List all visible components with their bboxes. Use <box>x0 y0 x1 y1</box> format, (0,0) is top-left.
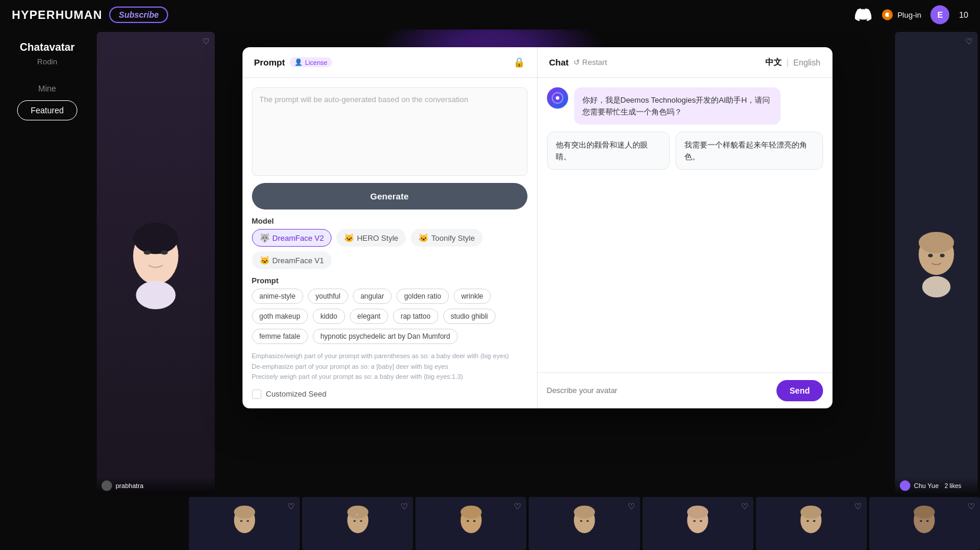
hint-2: De-emphasize part of your prompt as so: … <box>252 362 527 372</box>
blender-icon <box>881 8 894 21</box>
prompt-tags-section: Prompt anime-style youthful angular gold… <box>252 276 527 344</box>
tag-youthful[interactable]: youthful <box>308 289 348 304</box>
lang-en-button[interactable]: English <box>794 58 821 67</box>
hints-section: Emphasize/weigh part of your prompt with… <box>252 351 527 382</box>
user-msg-2: 我需要一个样貌看起来年轻漂亮的角色。 <box>676 132 823 170</box>
sidebar: Chatavatar Rodin Mine Featured <box>0 30 94 550</box>
model-icon-1: 🐱 <box>344 233 354 243</box>
hint-3: Precisely weigh part of your prompt as s… <box>252 372 527 382</box>
prompt-textarea[interactable] <box>252 87 527 176</box>
model-tab-hero-style[interactable]: 🐱 HERO Style <box>336 229 406 247</box>
tag-elegant[interactable]: elegant <box>350 309 388 324</box>
lock-button[interactable]: 🔒 <box>513 57 525 68</box>
nav-right: Plug-in E 10 <box>855 5 968 24</box>
model-tab-label-2: Toonify Style <box>431 234 475 243</box>
hint-1: Emphasize/weigh part of your prompt with… <box>252 351 527 362</box>
plugin-label: Plug-in <box>897 11 921 19</box>
tag-goth-makeup[interactable]: goth makeup <box>252 309 308 324</box>
license-icon: 👤 <box>294 58 303 66</box>
svg-point-43 <box>556 96 559 100</box>
model-tabs: 🐺 DreamFace V2 🐱 HERO Style 🐱 Toonify St… <box>252 229 527 269</box>
nav-left: HYPERHUMAN Subscribe <box>12 6 168 23</box>
tag-rap-tattoo[interactable]: rap tattoo <box>393 309 438 324</box>
user-msg-1: 他有突出的颧骨和迷人的眼睛。 <box>547 132 670 170</box>
sidebar-item-featured[interactable]: Featured <box>17 100 77 120</box>
sidebar-subtitle: Rodin <box>37 57 57 66</box>
chat-panel: 你好，我是Deemos Technologies开发的AI助手H，请问您需要帮忙… <box>537 78 832 408</box>
bot-msg-bubble: 你好，我是Deemos Technologies开发的AI助手H，请问您需要帮忙… <box>574 87 781 125</box>
modal-header: Prompt 👤 License 🔒 Chat ↺ Restart 中文 <box>242 47 832 78</box>
svg-point-2 <box>889 14 891 16</box>
subscribe-button[interactable]: Subscribe <box>109 6 168 23</box>
discord-icon[interactable] <box>855 6 871 23</box>
seed-row: Customized Seed <box>252 389 527 399</box>
tag-hypnotic[interactable]: hypnotic psychedelic art by Dan Mumford <box>313 329 458 344</box>
restart-button[interactable]: ↺ Restart <box>573 58 607 67</box>
top-navigation: HYPERHUMAN Subscribe Plug-in E 10 <box>0 0 980 30</box>
prompt-panel: Generate Model 🐺 DreamFace V2 🐱 HERO Sty… <box>242 78 537 408</box>
model-tab-dreamface-v2[interactable]: 🐺 DreamFace V2 <box>252 229 332 247</box>
blender-plugin[interactable]: Plug-in <box>881 8 921 21</box>
lang-divider: | <box>786 58 789 67</box>
bot-logo <box>551 91 564 104</box>
sidebar-item-mine[interactable]: Mine <box>38 84 56 93</box>
user-avatar[interactable]: E <box>930 5 949 24</box>
user-messages-row: 他有突出的颧骨和迷人的眼睛。 我需要一个样貌看起来年轻漂亮的角色。 <box>547 132 823 170</box>
model-tab-toonify-style[interactable]: 🐱 Toonify Style <box>411 229 483 247</box>
model-tab-dreamface-v1[interactable]: 🐱 DreamFace V1 <box>252 251 332 269</box>
tag-angular[interactable]: angular <box>353 289 392 304</box>
chat-title: Chat <box>549 57 569 67</box>
bot-avatar <box>547 87 568 109</box>
prompt-tags-label: Prompt <box>252 276 527 285</box>
lang-cn-button[interactable]: 中文 <box>765 57 782 68</box>
model-icon-0: 🐺 <box>260 233 270 243</box>
language-switcher: 中文 | English <box>765 57 821 68</box>
chat-input[interactable] <box>547 386 771 395</box>
tag-wrinkle[interactable]: wrinkle <box>454 289 491 304</box>
generate-button[interactable]: Generate <box>252 183 527 209</box>
prompt-tags-container: anime-style youthful angular golden rati… <box>252 289 527 344</box>
license-label: License <box>305 59 327 66</box>
send-button[interactable]: Send <box>776 380 822 401</box>
tag-kiddo[interactable]: kiddo <box>313 309 345 324</box>
model-selector: Model 🐺 DreamFace V2 🐱 HERO Style <box>252 217 527 269</box>
tag-golden-ratio[interactable]: golden ratio <box>396 289 449 304</box>
credit-count: 10 <box>959 10 968 19</box>
restart-label: Restart <box>582 58 607 67</box>
modal-overlay: Prompt 👤 License 🔒 Chat ↺ Restart 中文 <box>94 30 980 550</box>
model-tab-label-1: HERO Style <box>357 234 398 243</box>
sidebar-title: Chatavatar <box>19 41 74 54</box>
bot-message: 你好，我是Deemos Technologies开发的AI助手H，请问您需要帮忙… <box>547 87 823 125</box>
license-badge: 👤 License <box>290 57 332 67</box>
main-content: ♡ prabhatra ♡ <box>94 30 980 550</box>
model-tab-label-3: DreamFace V1 <box>273 256 324 265</box>
tag-studio-ghibli[interactable]: studio ghibli <box>443 309 496 324</box>
chat-header: Chat ↺ Restart 中文 | English <box>537 47 832 77</box>
model-tab-label-0: DreamFace V2 <box>273 234 324 243</box>
restart-icon: ↺ <box>573 58 580 67</box>
chat-input-area: Send <box>537 372 832 408</box>
chat-messages: 你好，我是Deemos Technologies开发的AI助手H，请问您需要帮忙… <box>537 78 832 372</box>
model-label: Model <box>252 217 527 225</box>
model-icon-2: 🐱 <box>418 233 428 243</box>
seed-checkbox[interactable] <box>252 389 261 399</box>
tag-anime-style[interactable]: anime-style <box>252 289 303 304</box>
prompt-title: Prompt <box>254 57 286 67</box>
app-logo: HYPERHUMAN <box>12 8 102 22</box>
modal-body: Generate Model 🐺 DreamFace V2 🐱 HERO Sty… <box>242 78 832 408</box>
tag-femme-fatale[interactable]: femme fatale <box>252 329 308 344</box>
seed-label: Customized Seed <box>266 389 327 398</box>
main-modal: Prompt 👤 License 🔒 Chat ↺ Restart 中文 <box>242 47 832 408</box>
prompt-header: Prompt 👤 License 🔒 <box>242 47 537 77</box>
model-icon-3: 🐱 <box>260 256 270 265</box>
